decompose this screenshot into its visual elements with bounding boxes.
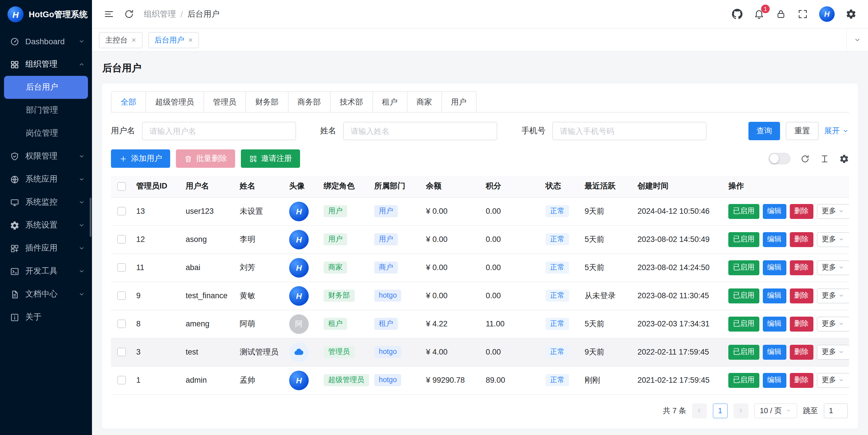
- role-tab[interactable]: 技术部: [330, 91, 373, 112]
- add-user-button[interactable]: 添加用户: [111, 149, 170, 168]
- role-tab[interactable]: 管理员: [203, 91, 246, 112]
- role-tab[interactable]: 商家: [407, 91, 442, 112]
- view-tab[interactable]: 主控台×: [99, 32, 142, 48]
- status-tag: 正常: [546, 346, 569, 358]
- more-button[interactable]: 更多: [816, 373, 849, 387]
- next-page-button[interactable]: [733, 403, 748, 418]
- sidebar-item-docs[interactable]: 文档中心: [0, 283, 92, 306]
- role-tab[interactable]: 租户: [372, 91, 407, 112]
- more-button[interactable]: 更多: [816, 344, 849, 360]
- current-page-button[interactable]: 1: [713, 403, 727, 418]
- more-button[interactable]: 更多: [816, 316, 849, 331]
- role-tag: 租户: [323, 317, 347, 330]
- collapse-sidebar-icon[interactable]: [103, 9, 114, 20]
- role-tab[interactable]: 用户: [441, 91, 476, 112]
- enabled-button[interactable]: 已启用: [728, 288, 759, 303]
- github-icon[interactable]: [732, 9, 743, 20]
- sidebar-item-system-settings[interactable]: 系统设置: [0, 214, 92, 237]
- edit-button[interactable]: 编辑: [763, 288, 786, 303]
- cell-balance: ¥ 0.00: [421, 197, 481, 225]
- row-checkbox[interactable]: [117, 320, 126, 329]
- more-button[interactable]: 更多: [816, 288, 849, 303]
- prev-page-button[interactable]: [692, 403, 707, 418]
- enabled-button[interactable]: 已启用: [728, 204, 759, 219]
- delete-button[interactable]: 删除: [789, 373, 813, 387]
- close-tab-icon[interactable]: ×: [188, 36, 192, 44]
- phone-input[interactable]: [552, 122, 707, 140]
- sidebar-item-dashboard[interactable]: Dashboard: [0, 30, 92, 53]
- row-checkbox[interactable]: [117, 263, 126, 272]
- sidebar-item-organization[interactable]: 组织管理: [0, 53, 92, 76]
- sidebar-item-system-apps[interactable]: 系统应用: [0, 168, 92, 191]
- user-avatar-button[interactable]: H: [819, 6, 835, 22]
- enabled-button[interactable]: 已启用: [728, 260, 759, 275]
- realname-input[interactable]: [343, 122, 497, 140]
- sidebar-item-permissions[interactable]: 权限管理: [0, 145, 92, 168]
- edit-button[interactable]: 编辑: [763, 316, 786, 331]
- delete-button[interactable]: 删除: [789, 232, 813, 247]
- edit-button[interactable]: 编辑: [763, 204, 786, 219]
- sidebar-item-dev-tools[interactable]: 开发工具: [0, 260, 92, 283]
- tabs-dropdown-button[interactable]: [846, 29, 868, 51]
- fullscreen-icon[interactable]: [797, 9, 808, 20]
- settings-gear-icon[interactable]: [845, 9, 857, 20]
- row-checkbox[interactable]: [117, 291, 126, 300]
- view-tab[interactable]: 后台用户×: [148, 32, 199, 48]
- table-row: 8ameng阿萌阿租户租户¥ 4.2211.00正常5天前2023-02-03 …: [111, 310, 849, 338]
- breadcrumb-section[interactable]: 组织管理: [144, 9, 176, 19]
- page-size-select[interactable]: 10 / 页: [754, 403, 797, 418]
- invite-register-button[interactable]: 邀请注册: [241, 149, 300, 168]
- edit-button[interactable]: 编辑: [763, 232, 786, 247]
- row-checkbox[interactable]: [117, 235, 126, 244]
- jump-to-input[interactable]: [824, 403, 848, 418]
- reload-table-icon[interactable]: [800, 154, 810, 163]
- role-tab[interactable]: 商务部: [288, 91, 331, 112]
- more-button[interactable]: 更多: [816, 260, 849, 275]
- column-settings-icon[interactable]: [839, 154, 849, 163]
- sidebar-menu: Dashboard组织管理后台用户部门管理岗位管理权限管理系统应用系统监控系统设…: [0, 29, 92, 329]
- role-tab[interactable]: 超级管理员: [146, 91, 204, 112]
- reload-page-icon[interactable]: [124, 9, 134, 20]
- edit-button[interactable]: 编辑: [763, 344, 786, 360]
- delete-button[interactable]: 删除: [789, 316, 813, 331]
- lock-screen-icon[interactable]: [775, 9, 786, 20]
- enabled-button[interactable]: 已启用: [728, 232, 759, 247]
- sidebar-subitem[interactable]: 部门管理: [0, 99, 92, 122]
- globe-icon: [10, 175, 20, 184]
- enabled-button[interactable]: 已启用: [728, 344, 759, 360]
- app-logo[interactable]: H HotGo管理系统: [0, 0, 92, 29]
- row-checkbox[interactable]: [117, 207, 126, 216]
- cell-points: 89.00: [481, 366, 541, 394]
- sidebar-subitem[interactable]: 后台用户: [4, 76, 88, 99]
- sidebar-scrollbar-thumb[interactable]: [90, 198, 91, 237]
- more-button[interactable]: 更多: [816, 204, 849, 219]
- enabled-button[interactable]: 已启用: [728, 316, 759, 331]
- expand-filters-link[interactable]: 展开: [824, 126, 849, 136]
- cell-realname: 阿萌: [235, 310, 284, 338]
- search-button[interactable]: 查询: [748, 122, 780, 140]
- delete-button[interactable]: 删除: [789, 204, 813, 219]
- role-tab[interactable]: 全部: [111, 91, 146, 112]
- delete-button[interactable]: 删除: [789, 344, 813, 360]
- select-all-checkbox[interactable]: [117, 182, 126, 191]
- row-checkbox[interactable]: [117, 376, 126, 385]
- more-button[interactable]: 更多: [816, 232, 849, 247]
- sidebar-subitem[interactable]: 岗位管理: [0, 122, 92, 145]
- role-tab[interactable]: 财务部: [245, 91, 288, 112]
- username-input[interactable]: [142, 122, 296, 140]
- striped-toggle-switch[interactable]: [769, 153, 790, 164]
- sidebar-item-system-monitor[interactable]: 系统监控: [0, 191, 92, 214]
- delete-button[interactable]: 删除: [789, 260, 813, 275]
- notifications-button[interactable]: 1: [754, 9, 765, 20]
- sidebar-item-about[interactable]: 关于: [0, 306, 92, 329]
- row-checkbox[interactable]: [117, 348, 126, 356]
- delete-button[interactable]: 删除: [789, 288, 813, 303]
- batch-delete-button[interactable]: 批量删除: [176, 149, 235, 168]
- sidebar-item-plugins[interactable]: 插件应用: [0, 237, 92, 260]
- edit-button[interactable]: 编辑: [763, 373, 786, 387]
- enabled-button[interactable]: 已启用: [728, 373, 759, 387]
- close-tab-icon[interactable]: ×: [132, 36, 136, 44]
- edit-button[interactable]: 编辑: [763, 260, 786, 275]
- reset-button[interactable]: 重置: [786, 122, 818, 140]
- row-density-icon[interactable]: [820, 154, 830, 163]
